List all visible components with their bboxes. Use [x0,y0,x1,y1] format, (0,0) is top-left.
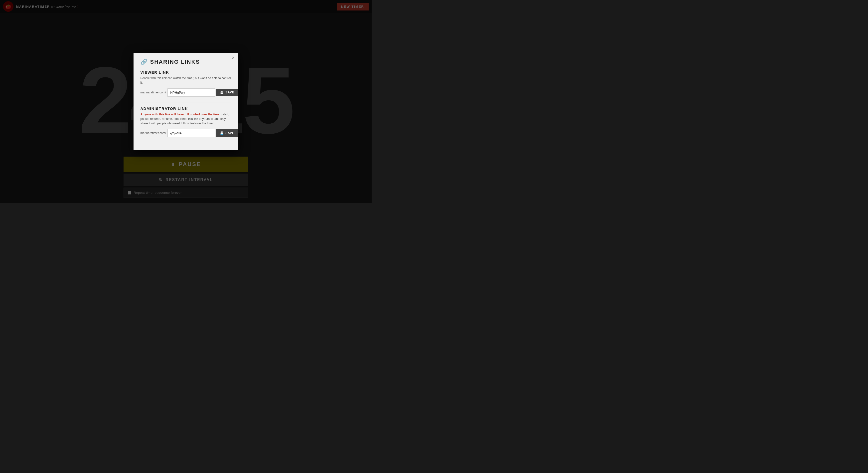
viewer-save-label: SAVE [225,91,234,94]
admin-save-label: SAVE [225,131,234,135]
viewer-link-title: VIEWER LINK [141,70,231,75]
admin-link-input[interactable] [167,129,215,137]
viewer-link-input[interactable] [167,88,215,97]
admin-link-title: ADMINISTRATOR LINK [141,107,231,111]
save-icon-viewer [220,91,224,94]
modal-title: SHARING LINKS [150,59,200,65]
admin-link-section: ADMINISTRATOR LINK Anyone with this link… [141,107,231,137]
modal-close-button[interactable]: × [232,55,235,60]
viewer-save-button[interactable]: SAVE [216,89,238,96]
share-icon: 🔗 [141,59,147,65]
sharing-links-modal: × 🔗 SHARING LINKS VIEWER LINK People wit… [133,53,238,150]
viewer-url-prefix: marinaratimer.com/ [141,91,166,94]
admin-link-row: marinaratimer.com/ SAVE [141,129,231,137]
modal-header: 🔗 SHARING LINKS [141,59,231,65]
admin-url-prefix: marinaratimer.com/ [141,131,166,135]
viewer-link-row: marinaratimer.com/ SAVE [141,88,231,97]
viewer-link-section: VIEWER LINK People with this link can wa… [141,70,231,97]
save-icon-admin [220,131,224,135]
admin-save-button[interactable]: SAVE [216,129,238,137]
modal-overlay: × 🔗 SHARING LINKS VIEWER LINK People wit… [0,0,372,203]
viewer-link-desc: People with this link can watch the time… [141,76,231,85]
admin-warning-bold: Anyone with this link will have full con… [141,113,221,116]
admin-warning: Anyone with this link will have full con… [141,112,231,126]
section-divider [141,102,231,102]
